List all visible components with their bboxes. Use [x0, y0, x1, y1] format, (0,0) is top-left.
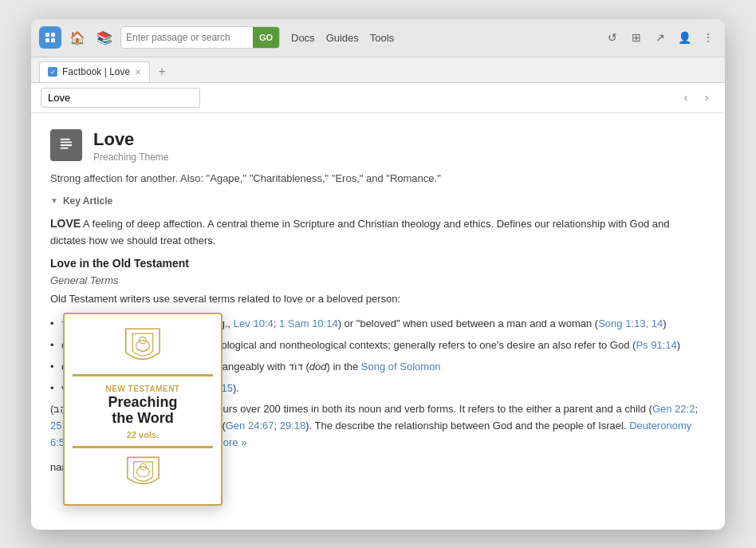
svg-rect-7 [61, 147, 69, 148]
article-description: Strong affection for another. Also: "Aga… [50, 172, 706, 184]
search-nav: ‹ › [677, 89, 715, 106]
svg-rect-3 [51, 38, 55, 42]
ref-gen29-link[interactable]: 29:18 [280, 420, 306, 432]
nav-links: Docs Guides Tools [291, 30, 394, 45]
general-terms-intro: Old Testament writers use several terms … [50, 291, 706, 308]
book-title: Preaching the Word [76, 395, 210, 427]
library-button[interactable]: 📚 [93, 26, 116, 49]
go-button[interactable]: GO [253, 26, 279, 49]
ot-section-title: Love in the Old Testament [50, 257, 706, 270]
book-text-area: New Testament Preaching the Word 22 vols… [65, 377, 221, 446]
love-caps: LOVE [50, 217, 81, 230]
main-content: Love Preaching Theme Strong affection fo… [31, 113, 725, 530]
ref-song-link[interactable]: Song 1:13, 14 [598, 317, 663, 329]
nav-prev-icon[interactable]: ‹ [677, 89, 695, 106]
collapse-icon[interactable]: ▼ [50, 196, 58, 205]
article-search-input[interactable] [41, 88, 200, 108]
app-window: 🏠 📚 GO Docs Guides Tools ↺ ⊞ ↗ 👤 ⋮ ✓ Fac… [31, 19, 725, 530]
docs-link[interactable]: Docs [291, 30, 315, 45]
article-intro-text: LOVE A feeling of deep affection. A cent… [50, 215, 706, 250]
tab-label: Factbook | Love [62, 66, 130, 77]
svg-point-10 [136, 467, 149, 477]
more-icon[interactable]: ⋮ [699, 29, 717, 46]
book-emblem-top-icon [119, 325, 167, 369]
svg-rect-0 [45, 33, 49, 37]
factbook-tab[interactable]: ✓ Factbook | Love ✕ [39, 61, 150, 82]
bullet1-end: ) [663, 317, 666, 329]
ref-ps-link[interactable]: Ps 91:14 [636, 339, 676, 351]
svg-rect-1 [51, 33, 55, 37]
app-logo[interactable] [39, 26, 61, 49]
article-header: Love Preaching Theme [50, 129, 706, 163]
key-article-header: ▼ Key Article [50, 195, 706, 207]
book-bottom-area [65, 448, 221, 504]
ref-gen24-link[interactable]: Gen 24:67 [226, 420, 274, 432]
ref-song-solomon-link[interactable]: Song of Solomon [361, 361, 441, 373]
nav-next-icon[interactable]: › [698, 89, 715, 106]
article-search-bar: ‹ › [31, 83, 725, 113]
toolbar: 🏠 📚 GO Docs Guides Tools ↺ ⊞ ↗ 👤 ⋮ [31, 19, 725, 57]
add-tab-button[interactable]: + [153, 63, 171, 81]
tab-checkbox-icon: ✓ [48, 67, 57, 77]
tools-link[interactable]: Tools [370, 30, 394, 45]
book-vols: 22 vols. [76, 430, 210, 440]
guides-link[interactable]: Guides [326, 30, 359, 45]
book-emblem-bottom-icon [121, 453, 165, 493]
book-card[interactable]: New Testament Preaching the Word 22 vols… [63, 313, 222, 506]
book-series-label: New Testament [76, 384, 210, 393]
tab-bar: ✓ Factbook | Love ✕ + [31, 57, 725, 83]
article-title: Love [93, 129, 169, 150]
tab-close-icon[interactable]: ✕ [135, 68, 141, 77]
svg-rect-6 [61, 144, 73, 146]
general-terms-label: General Terms [50, 274, 706, 286]
share-icon[interactable]: ↗ [652, 29, 669, 46]
article-title-block: Love Preaching Theme [93, 129, 169, 163]
search-box: GO [120, 26, 280, 49]
article-icon [50, 129, 82, 161]
svg-rect-5 [61, 141, 73, 143]
ref-1sam-link[interactable]: 1 Sam 10:14 [279, 317, 338, 329]
search-input[interactable] [121, 32, 253, 43]
ref-lev-link[interactable]: Lev 10:4 [234, 317, 274, 329]
bullet1-mid: ) or "beloved" when used between a man a… [338, 317, 598, 329]
layout-icon[interactable]: ⊞ [628, 29, 645, 46]
book-top-area [65, 314, 221, 374]
refresh-icon[interactable]: ↺ [604, 29, 621, 46]
article-subtitle: Preaching Theme [93, 152, 169, 163]
svg-rect-4 [61, 138, 70, 140]
key-article-label: Key Article [63, 195, 112, 207]
svg-rect-2 [45, 38, 49, 42]
user-icon[interactable]: 👤 [675, 29, 693, 46]
home-button[interactable]: 🏠 [66, 26, 89, 49]
ref-gen22-link[interactable]: Gen 22:2 [652, 403, 695, 415]
toolbar-right: ↺ ⊞ ↗ 👤 ⋮ [604, 29, 717, 46]
